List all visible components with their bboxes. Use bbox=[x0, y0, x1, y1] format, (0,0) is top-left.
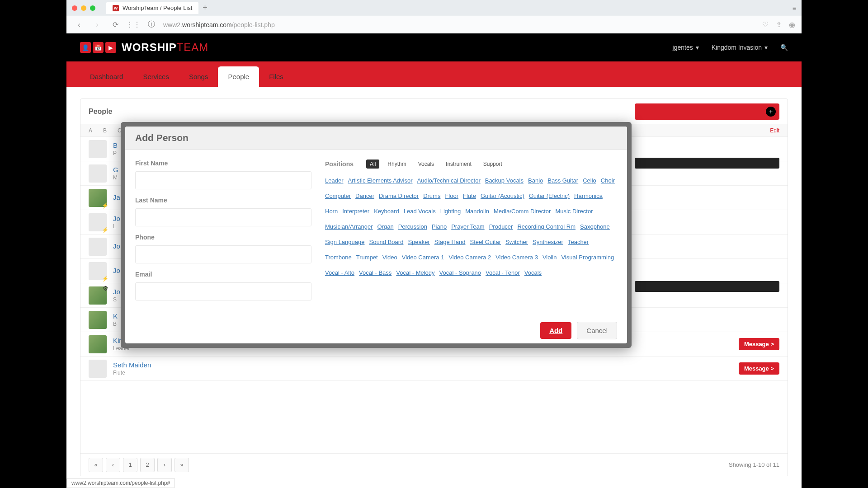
user-menu[interactable]: jgentes▾ bbox=[673, 44, 699, 51]
position-tag[interactable]: Audio/Technical Director bbox=[417, 175, 481, 187]
position-tag[interactable]: Backup Vocals bbox=[485, 175, 524, 187]
position-tag[interactable]: Producer bbox=[489, 221, 513, 233]
address-field[interactable]: www2.worshipteam.com/people-list.php bbox=[163, 21, 757, 28]
position-tag[interactable]: Violin bbox=[542, 252, 557, 263]
phone-input[interactable] bbox=[135, 245, 311, 263]
position-tag[interactable]: Saxophone bbox=[580, 221, 610, 233]
favorite-icon[interactable]: ♡ bbox=[762, 20, 769, 29]
position-tag[interactable]: Piano bbox=[432, 221, 447, 233]
position-tag[interactable]: Sound Board bbox=[369, 236, 403, 248]
position-tag[interactable]: Bass Guitar bbox=[547, 175, 578, 187]
back-button[interactable]: ‹ bbox=[73, 19, 85, 31]
filter-chip-instrument[interactable]: Instrument bbox=[442, 160, 475, 169]
position-tag[interactable]: Vocals bbox=[524, 267, 542, 279]
position-tag[interactable]: Trombone bbox=[325, 252, 352, 263]
page-button[interactable]: « bbox=[89, 458, 103, 472]
position-tag[interactable]: Video Camera 1 bbox=[402, 252, 444, 263]
page-button[interactable]: › bbox=[157, 458, 172, 472]
email-input[interactable] bbox=[135, 282, 311, 300]
position-tag[interactable]: Recording Control Rm bbox=[517, 221, 576, 233]
position-tag[interactable]: Floor bbox=[445, 190, 458, 202]
page-button[interactable]: 1 bbox=[123, 458, 137, 472]
alpha-A[interactable]: A bbox=[89, 127, 92, 134]
nav-tab-songs[interactable]: Songs bbox=[179, 66, 218, 87]
position-tag[interactable]: Choir bbox=[601, 175, 615, 187]
filter-chip-rhythm[interactable]: Rhythm bbox=[384, 160, 410, 169]
filter-chip-support[interactable]: Support bbox=[480, 160, 506, 169]
nav-tab-dashboard[interactable]: Dashboard bbox=[80, 66, 133, 87]
nav-tab-files[interactable]: Files bbox=[259, 66, 293, 87]
site-info-icon[interactable]: ⓘ bbox=[145, 19, 158, 31]
position-tag[interactable]: Banjo bbox=[528, 175, 543, 187]
position-tag[interactable]: Trumpet bbox=[356, 252, 378, 263]
position-tag[interactable]: Vocal - Melody bbox=[396, 267, 434, 279]
filter-chip-all[interactable]: All bbox=[366, 160, 379, 169]
position-tag[interactable]: Lighting bbox=[440, 206, 461, 217]
position-tag[interactable]: Musician/Arranger bbox=[325, 221, 373, 233]
position-tag[interactable]: Teacher bbox=[568, 236, 589, 248]
maximize-window-icon[interactable] bbox=[90, 5, 95, 11]
position-tag[interactable]: Interpreter bbox=[342, 206, 369, 217]
first-name-input[interactable] bbox=[135, 171, 311, 189]
position-tag[interactable]: Computer bbox=[325, 190, 351, 202]
position-tag[interactable]: Cello bbox=[583, 175, 596, 187]
position-tag[interactable]: Vocal - Soprano bbox=[439, 267, 481, 279]
position-tag[interactable]: Stage Hand bbox=[434, 236, 466, 248]
edit-link[interactable]: Edit bbox=[770, 127, 779, 134]
position-tag[interactable]: Percussion bbox=[398, 221, 427, 233]
message-button[interactable]: Message > bbox=[739, 362, 779, 375]
position-tag[interactable]: Drama Director bbox=[379, 190, 419, 202]
search-icon[interactable]: 🔍 bbox=[780, 44, 788, 51]
add-person-button[interactable]: + bbox=[635, 103, 779, 120]
add-button[interactable]: Add bbox=[540, 322, 571, 339]
position-tag[interactable]: Mandolin bbox=[465, 206, 489, 217]
page-button[interactable]: 2 bbox=[140, 458, 155, 472]
position-tag[interactable]: Drums bbox=[423, 190, 440, 202]
nav-tab-services[interactable]: Services bbox=[133, 66, 179, 87]
apps-icon[interactable]: ⋮⋮ bbox=[127, 19, 140, 31]
position-tag[interactable]: Leader bbox=[325, 175, 343, 187]
forward-button[interactable]: › bbox=[91, 19, 104, 31]
position-tag[interactable]: Vocal - Alto bbox=[325, 267, 354, 279]
person-row[interactable]: Seth MaidenFluteMessage > bbox=[80, 357, 788, 381]
position-tag[interactable]: Visual Programming bbox=[561, 252, 614, 263]
minimize-window-icon[interactable] bbox=[81, 5, 86, 11]
page-button[interactable]: » bbox=[175, 458, 189, 472]
org-menu[interactable]: Kingdom Invasion▾ bbox=[712, 44, 768, 51]
position-tag[interactable]: Organ bbox=[377, 221, 394, 233]
position-tag[interactable]: Prayer Team bbox=[451, 221, 484, 233]
position-tag[interactable]: Lead Vocals bbox=[404, 206, 436, 217]
position-tag[interactable]: Video bbox=[382, 252, 397, 263]
position-tag[interactable]: Dancer bbox=[355, 190, 374, 202]
account-icon[interactable]: ◉ bbox=[789, 20, 795, 29]
tabs-menu-icon[interactable]: ≡ bbox=[793, 5, 796, 12]
cancel-button[interactable]: Cancel bbox=[577, 322, 617, 339]
position-tag[interactable]: Switcher bbox=[505, 236, 528, 248]
page-button[interactable]: ‹ bbox=[106, 458, 120, 472]
position-tag[interactable]: Flute bbox=[463, 190, 476, 202]
position-tag[interactable]: Music Director bbox=[555, 206, 593, 217]
filter-chip-vocals[interactable]: Vocals bbox=[415, 160, 438, 169]
nav-tab-people[interactable]: People bbox=[218, 66, 259, 87]
browser-tab[interactable]: W WorshipTeam / People List bbox=[106, 2, 198, 14]
logo[interactable]: 👤 📅 ▶ WORSHIPTEAM bbox=[80, 41, 208, 54]
position-tag[interactable]: Steel Guitar bbox=[470, 236, 501, 248]
position-tag[interactable]: Vocal - Bass bbox=[359, 267, 392, 279]
position-tag[interactable]: Media/Comm Director bbox=[494, 206, 551, 217]
position-tag[interactable]: Harmonica bbox=[574, 190, 603, 202]
position-tag[interactable]: Synthesizer bbox=[533, 236, 563, 248]
alpha-B[interactable]: B bbox=[103, 127, 107, 134]
position-tag[interactable]: Vocal - Tenor bbox=[486, 267, 520, 279]
position-tag[interactable]: Artistic Elements Advisor bbox=[348, 175, 412, 187]
close-window-icon[interactable] bbox=[72, 5, 77, 11]
position-tag[interactable]: Guitar (Electric) bbox=[529, 190, 570, 202]
new-tab-button[interactable]: + bbox=[198, 2, 211, 14]
position-tag[interactable]: Sign Language bbox=[325, 236, 364, 248]
last-name-input[interactable] bbox=[135, 208, 311, 226]
position-tag[interactable]: Video Camera 3 bbox=[495, 252, 538, 263]
position-tag[interactable]: Horn bbox=[325, 206, 338, 217]
reload-button[interactable]: ⟳ bbox=[109, 19, 122, 31]
position-tag[interactable]: Speaker bbox=[408, 236, 429, 248]
position-tag[interactable]: Guitar (Acoustic) bbox=[481, 190, 524, 202]
share-icon[interactable]: ⇪ bbox=[776, 20, 782, 29]
